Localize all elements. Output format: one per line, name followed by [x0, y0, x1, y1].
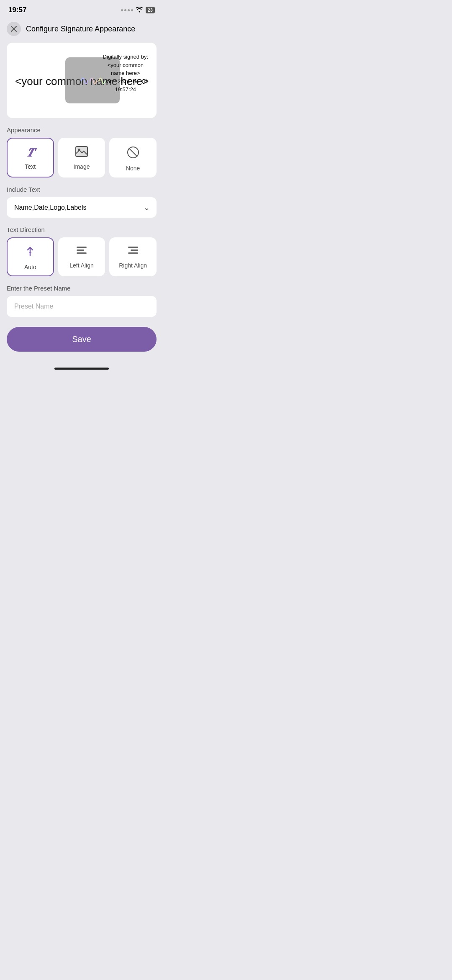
svg-rect-4: [77, 247, 87, 248]
save-button-container: Save: [0, 327, 163, 364]
image-appearance-icon: [75, 146, 88, 160]
svg-rect-6: [77, 252, 87, 254]
direction-auto-label: Auto: [24, 264, 36, 270]
direction-left-label: Left Align: [69, 262, 94, 269]
direction-right-button[interactable]: Right Align: [109, 237, 157, 276]
preview-info-block: Digitally signed by: <your common name h…: [103, 53, 148, 94]
signature-wave-icon: ∿∿∿: [80, 74, 106, 87]
right-align-icon: [127, 246, 139, 259]
appearance-none-button[interactable]: None: [109, 138, 157, 177]
direction-right-label: Right Align: [119, 262, 147, 269]
include-text-select[interactable]: Name,Date,Logo,Labels Name,Date Name Onl…: [7, 197, 157, 218]
appearance-image-label: Image: [74, 163, 90, 170]
signature-preview: <your common name here> ∿∿∿ Digitally si…: [7, 43, 157, 118]
wifi-icon: [136, 7, 143, 14]
close-button[interactable]: [7, 22, 21, 36]
svg-rect-5: [77, 250, 84, 251]
appearance-text-button[interactable]: 𝑻 Text: [7, 138, 54, 177]
home-bar: [54, 368, 109, 370]
text-appearance-icon: 𝑻: [27, 146, 34, 160]
none-appearance-icon: [127, 146, 139, 162]
left-align-icon: [76, 246, 87, 259]
signed-by-line1: Digitally signed by:: [103, 53, 148, 61]
text-direction-label: Text Direction: [0, 226, 163, 237]
battery-icon: 23: [146, 7, 155, 13]
direction-auto-button[interactable]: Auto: [7, 237, 54, 276]
direction-left-button[interactable]: Left Align: [58, 237, 105, 276]
save-button[interactable]: Save: [7, 327, 157, 352]
time-line: 19:57:24: [103, 85, 148, 94]
svg-rect-7: [128, 247, 138, 248]
svg-line-3: [129, 148, 137, 157]
auto-direction-icon: [24, 246, 36, 260]
status-icons: 23: [121, 7, 155, 14]
appearance-option-group: 𝑻 Text Image None: [0, 138, 163, 177]
include-text-label: Include Text: [0, 186, 163, 197]
svg-rect-8: [131, 250, 138, 251]
status-time: 19:57: [8, 6, 26, 14]
home-indicator: [0, 364, 163, 374]
appearance-label: Appearance: [0, 126, 163, 138]
signed-by-line2: <your common: [103, 61, 148, 69]
text-direction-option-group: Auto Left Align Right Align: [0, 237, 163, 276]
signal-icon: [121, 9, 133, 11]
preset-name-input[interactable]: [7, 296, 157, 317]
include-text-dropdown-wrapper: Name,Date,Logo,Labels Name,Date Name Onl…: [7, 197, 157, 218]
signed-by-line3: name here>: [103, 69, 148, 77]
include-text-dropdown-container: Name,Date,Logo,Labels Name,Date Name Onl…: [7, 197, 157, 218]
svg-rect-9: [128, 252, 138, 254]
appearance-image-button[interactable]: Image: [58, 138, 105, 177]
appearance-none-label: None: [126, 165, 140, 172]
appearance-text-label: Text: [25, 163, 36, 170]
date-line: Date: 2024–04–02: [103, 77, 148, 86]
preset-name-label: Enter the Preset Name: [0, 285, 163, 296]
page-title: Configure Signature Appearance: [26, 25, 135, 33]
header: Configure Signature Appearance: [0, 18, 163, 43]
status-bar: 19:57 23: [0, 0, 163, 18]
preset-name-container: [7, 296, 157, 317]
